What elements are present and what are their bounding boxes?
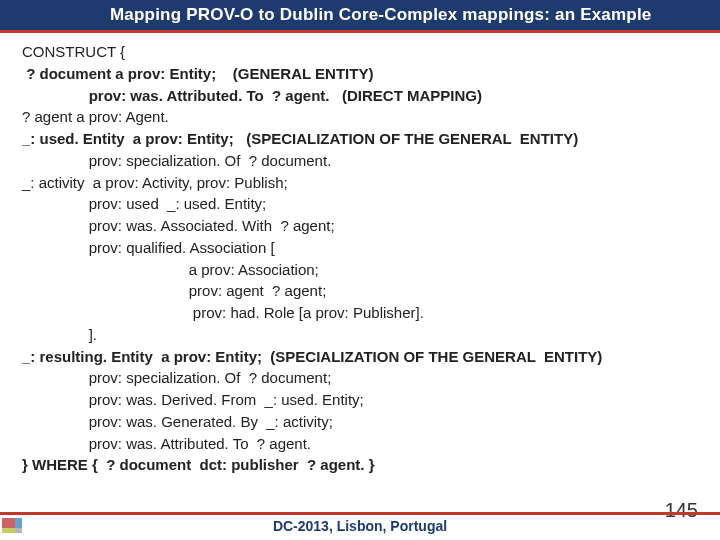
code-line: prov: specialization. Of ? document.	[22, 150, 700, 172]
code-line: ].	[22, 324, 700, 346]
code-line: _: resulting. Entity a prov: Entity; (SP…	[22, 346, 700, 368]
code-line: prov: qualified. Association [	[22, 237, 700, 259]
code-line: _: used. Entity a prov: Entity; (SPECIAL…	[22, 128, 700, 150]
code-line: prov: used _: used. Entity;	[22, 193, 700, 215]
code-line: ? agent a prov: Agent.	[22, 106, 700, 128]
code-line: prov: had. Role [a prov: Publisher].	[22, 302, 700, 324]
slide-title: Mapping PROV-O to Dublin Core-Complex ma…	[110, 5, 651, 25]
title-bar: Mapping PROV-O to Dublin Core-Complex ma…	[0, 0, 720, 30]
code-line: ? document a prov: Entity; (GENERAL ENTI…	[22, 63, 700, 85]
code-line: prov: was. Attributed. To ? agent. (DIRE…	[22, 85, 700, 107]
slide: Mapping PROV-O to Dublin Core-Complex ma…	[0, 0, 720, 540]
code-line: _: activity a prov: Activity, prov: Publ…	[22, 172, 700, 194]
code-line: CONSTRUCT {	[22, 41, 700, 63]
code-line: } WHERE { ? document dct: publisher ? ag…	[22, 454, 700, 476]
footer: DC-2013, Lisbon, Portugal	[0, 512, 720, 540]
code-line: prov: specialization. Of ? document;	[22, 367, 700, 389]
code-line: prov: was. Derived. From _: used. Entity…	[22, 389, 700, 411]
code-line: a prov: Association;	[22, 259, 700, 281]
code-line: prov: agent ? agent;	[22, 280, 700, 302]
code-block: CONSTRUCT { ? document a prov: Entity; (…	[0, 33, 720, 476]
code-line: prov: was. Generated. By _: activity;	[22, 411, 700, 433]
code-line: prov: was. Associated. With ? agent;	[22, 215, 700, 237]
footer-text: DC-2013, Lisbon, Portugal	[0, 515, 720, 534]
code-line: prov: was. Attributed. To ? agent.	[22, 433, 700, 455]
logo-icon	[2, 518, 28, 538]
